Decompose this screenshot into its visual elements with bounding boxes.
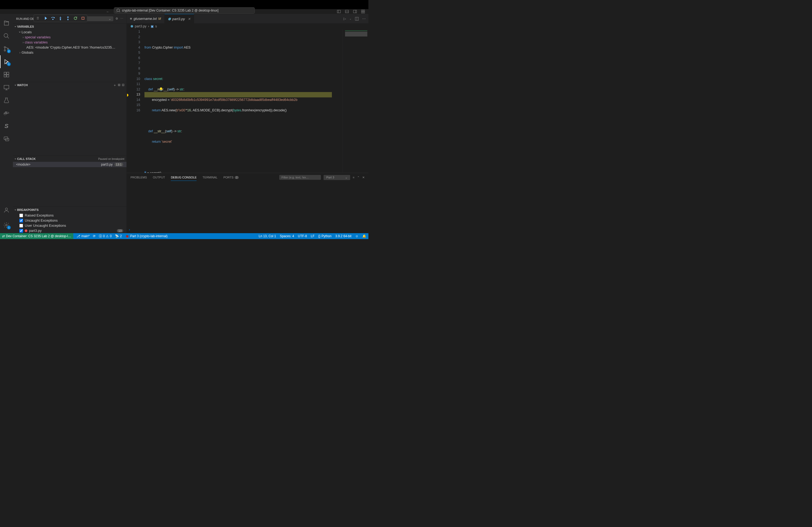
close-panel-icon[interactable]: ✕: [362, 176, 365, 179]
step-over-icon[interactable]: [50, 16, 55, 21]
title-bar: ← → crypto-lab-internal [Dev Container: …: [0, 9, 368, 14]
step-into-icon[interactable]: [58, 16, 63, 21]
stop-icon[interactable]: [81, 16, 85, 21]
more-icon[interactable]: ⋯: [362, 17, 366, 21]
bp-file-check[interactable]: [19, 229, 23, 232]
debug-status[interactable]: 🐞Part 3 (crypto-lab-internal): [125, 234, 168, 238]
python-file-icon: ⬢: [130, 25, 133, 28]
callstack-title[interactable]: CALL STACKPaused on breakpoint: [13, 156, 127, 162]
step-out-icon[interactable]: [66, 16, 70, 21]
special-variables[interactable]: ›special variables: [13, 35, 127, 40]
bp-raised-check[interactable]: [19, 214, 23, 217]
feedback-icon[interactable]: ☺: [355, 234, 359, 238]
debug-console-body[interactable]: ›: [127, 182, 368, 233]
restart-icon[interactable]: [73, 16, 78, 21]
clear-icon[interactable]: ≡: [353, 176, 354, 179]
customize-layout-icon[interactable]: [361, 10, 365, 14]
language-status[interactable]: {}Python: [318, 234, 331, 238]
code-content[interactable]: 💡 from Crypto.Cipher import AES class se…: [144, 29, 343, 173]
ports-status[interactable]: 📡2: [115, 234, 122, 238]
breadcrumb[interactable]: ⬢ part3.py › ▣ s: [127, 23, 368, 29]
remove-all-icon[interactable]: ⊡: [122, 83, 124, 87]
chevron-down-icon: [15, 84, 16, 87]
cursor-position[interactable]: Ln 13, Col 1: [259, 234, 276, 238]
extensions-icon[interactable]: [0, 68, 13, 81]
notifications-icon[interactable]: 🔔: [362, 234, 366, 238]
frame-loc: 13:1: [114, 163, 123, 166]
encoding-status[interactable]: UTF-8: [298, 234, 307, 238]
nav-fwd-icon[interactable]: →: [114, 10, 118, 14]
debug-toolbar[interactable]: ⠿: [33, 15, 87, 22]
variables-title[interactable]: VARIABLES: [13, 24, 127, 30]
bp-uncaught[interactable]: Uncaught Exceptions: [13, 218, 127, 223]
globals-scope[interactable]: ›Globals: [13, 50, 127, 55]
repl-prompt-icon: ›: [129, 228, 130, 231]
more-icon[interactable]: ⋯: [120, 17, 123, 20]
collapse-all-icon[interactable]: ⊟: [118, 83, 120, 87]
breakpoints-title[interactable]: BREAKPOINTS: [13, 207, 127, 213]
svg-rect-21: [4, 85, 9, 89]
filter-input[interactable]: Filter (e.g. text, !ex…: [279, 175, 321, 180]
tab-output[interactable]: OUTPUT: [153, 174, 165, 181]
tab-gtusername[interactable]: ≡ gtusername.txt M: [127, 14, 164, 23]
remote-indicator[interactable]: ⇄ Dev Container: CS 3235 Lab 2 @ desktop…: [0, 233, 73, 239]
close-icon[interactable]: ✕: [188, 17, 191, 21]
gear-icon[interactable]: ⚙: [115, 17, 118, 20]
run-debug-icon[interactable]: 1: [0, 55, 13, 68]
stack-frame[interactable]: <module> part3.py 13:1: [13, 162, 127, 167]
tab-part3[interactable]: ⬢ part3.py ✕: [164, 14, 194, 23]
testing-icon[interactable]: [0, 94, 13, 107]
drag-handle-icon[interactable]: ⠿: [35, 16, 40, 21]
session-select[interactable]: Part 3⌄: [323, 175, 350, 180]
tab-debug-console[interactable]: DEBUG CONSOLE: [171, 174, 197, 181]
bp-uncaught-check[interactable]: [19, 219, 23, 223]
watch-title[interactable]: WATCH ＋ ⊟ ⊡: [13, 82, 127, 88]
svg-point-9: [60, 19, 61, 20]
symbol-icon: ▣: [151, 25, 154, 28]
sync-icon[interactable]: ⟳: [93, 234, 96, 238]
s-extension-icon[interactable]: S: [0, 120, 13, 133]
indent-status[interactable]: Spaces: 4: [280, 234, 294, 238]
command-center[interactable]: crypto-lab-internal [Dev Container: CS 3…: [114, 7, 255, 14]
remote-explorer-icon[interactable]: [0, 81, 13, 94]
code-editor[interactable]: ◗ 12345678910111213141516 💡 from Crypto.…: [127, 29, 368, 173]
variable-aes[interactable]: AES: <module 'Crypto.Cipher.AES' from '/…: [13, 45, 127, 50]
svg-rect-17: [4, 72, 6, 74]
layout-sidebar-left-icon[interactable]: [337, 10, 341, 14]
bp-raised[interactable]: Raised Exceptions: [13, 213, 127, 218]
layout-panel-icon[interactable]: [345, 10, 349, 14]
tab-ports[interactable]: PORTS2: [223, 174, 239, 181]
add-icon[interactable]: ＋: [113, 83, 116, 87]
docker-icon[interactable]: [0, 107, 13, 120]
scm-icon[interactable]: 2: [0, 42, 13, 55]
accounts-icon[interactable]: [0, 204, 13, 216]
lightbulb-icon[interactable]: 💡: [159, 87, 163, 92]
current-line-glyph-icon: ◗: [127, 93, 129, 98]
svg-rect-18: [4, 75, 6, 77]
layout-sidebar-right-icon[interactable]: [353, 10, 357, 14]
glyph-margin[interactable]: ◗: [127, 29, 131, 173]
class-variables[interactable]: ›class variables: [13, 40, 127, 45]
git-branch[interactable]: ⎇main*: [76, 234, 90, 238]
explorer-icon[interactable]: [0, 17, 13, 30]
run-dropdown-icon[interactable]: ⌄: [349, 17, 351, 20]
bp-user-uncaught[interactable]: User Uncaught Exceptions: [13, 223, 127, 228]
chat-icon[interactable]: [0, 133, 13, 146]
bp-user-check[interactable]: [19, 224, 23, 228]
problems-status[interactable]: ⓧ0 ⚠0: [99, 234, 112, 239]
run-icon[interactable]: ▷: [344, 17, 346, 21]
settings-gear-icon[interactable]: 1: [0, 219, 13, 231]
python-version[interactable]: 3.9.2 64-bit: [335, 234, 351, 238]
tab-problems[interactable]: PROBLEMS: [130, 174, 147, 181]
minimap[interactable]: [343, 29, 368, 173]
continue-icon[interactable]: [43, 16, 48, 21]
bp-file[interactable]: part3.py13: [13, 228, 127, 233]
locals-scope[interactable]: Locals: [13, 30, 127, 35]
split-editor-icon[interactable]: [355, 17, 359, 21]
eol-status[interactable]: LF: [311, 234, 315, 238]
search-activity-icon[interactable]: [0, 30, 13, 42]
tab-terminal[interactable]: TERMINAL: [202, 174, 218, 181]
chevron-up-icon[interactable]: ⌃: [357, 176, 360, 179]
settings-badge: 1: [7, 226, 11, 229]
nav-back-icon[interactable]: ←: [106, 10, 110, 14]
